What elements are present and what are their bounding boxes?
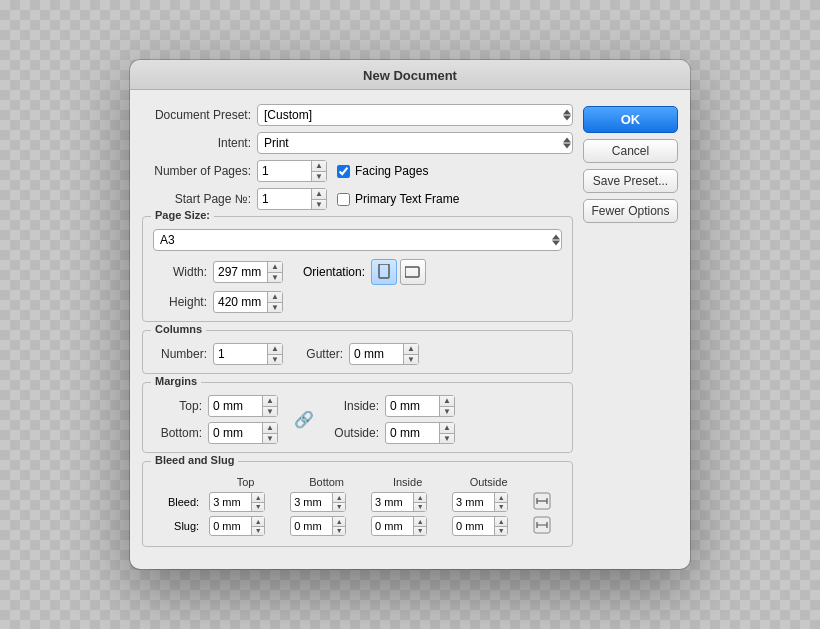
bleed-top-down-button[interactable]: ▼ — [252, 503, 264, 512]
num-pages-down-button[interactable]: ▼ — [312, 172, 326, 182]
num-pages-up-button[interactable]: ▲ — [312, 161, 326, 172]
document-preset-select[interactable]: [Custom] — [257, 104, 573, 126]
columns-number-up-button[interactable]: ▲ — [268, 344, 282, 355]
bleed-slug-table: Top Bottom Inside Outside Bleed: — [153, 474, 562, 538]
height-row: Height: ▲ ▼ — [153, 291, 562, 313]
fewer-options-button[interactable]: Fewer Options — [583, 199, 678, 223]
gutter-input[interactable] — [350, 344, 403, 364]
bleed-row: Bleed: ▲ ▼ — [153, 490, 562, 514]
page-size-group: Page Size: A3 Width: — [142, 216, 573, 322]
columns-row: Number: ▲ ▼ Gutter: — [153, 343, 562, 365]
margin-top-up-button[interactable]: ▲ — [263, 396, 277, 407]
bleed-bottom-up-button[interactable]: ▲ — [333, 493, 345, 503]
page-size-select-wrapper: A3 — [153, 229, 562, 251]
document-preset-label: Document Preset: — [142, 108, 257, 122]
bleed-inside-input-group: ▲ ▼ — [371, 492, 427, 512]
num-pages-facing-row: Number of Pages: ▲ ▼ Facing Pages — [142, 160, 573, 182]
bleed-top-up-button[interactable]: ▲ — [252, 493, 264, 503]
slug-bottom-down-button[interactable]: ▼ — [333, 527, 345, 536]
slug-inside-up-button[interactable]: ▲ — [414, 517, 426, 527]
margin-bottom-down-button[interactable]: ▼ — [263, 434, 277, 444]
margin-inside-down-button[interactable]: ▼ — [440, 407, 454, 417]
landscape-icon — [405, 265, 421, 279]
cancel-button[interactable]: Cancel — [583, 139, 678, 163]
page-size-select[interactable]: A3 — [153, 229, 562, 251]
bleed-inside-down-button[interactable]: ▼ — [414, 503, 426, 512]
slug-bottom-input[interactable] — [291, 517, 332, 535]
width-down-button[interactable]: ▼ — [268, 273, 282, 283]
bleed-outside-input[interactable] — [453, 493, 494, 511]
primary-textframe-checkbox[interactable] — [337, 193, 350, 206]
gutter-input-group: ▲ ▼ — [349, 343, 419, 365]
columns-number-input[interactable] — [214, 344, 267, 364]
margin-bottom-input-group: ▲ ▼ — [208, 422, 278, 444]
document-preset-row: Document Preset: [Custom] — [142, 104, 573, 126]
facing-pages-checkbox[interactable] — [337, 165, 350, 178]
bleed-bottom-down-button[interactable]: ▼ — [333, 503, 345, 512]
height-up-button[interactable]: ▲ — [268, 292, 282, 303]
orientation-landscape-button[interactable] — [400, 259, 426, 285]
num-pages-group: Number of Pages: ▲ ▼ — [142, 160, 327, 182]
margin-inside-input[interactable] — [386, 396, 439, 416]
gutter-down-button[interactable]: ▼ — [404, 355, 418, 365]
height-down-button[interactable]: ▼ — [268, 303, 282, 313]
bleed-outside-up-button[interactable]: ▲ — [495, 493, 507, 503]
slug-inside-input[interactable] — [372, 517, 413, 535]
margins-link-icon[interactable]: 🔗 — [294, 410, 314, 429]
slug-outside-input[interactable] — [453, 517, 494, 535]
num-pages-input[interactable] — [258, 161, 311, 181]
bleed-top-stepper: ▲ ▼ — [251, 493, 264, 511]
margins-group: Margins Top: ▲ ▼ — [142, 382, 573, 453]
bleed-bottom-input[interactable] — [291, 493, 332, 511]
margin-top-stepper: ▲ ▼ — [262, 396, 277, 416]
slug-inside-down-button[interactable]: ▼ — [414, 527, 426, 536]
margin-bottom-input[interactable] — [209, 423, 262, 443]
start-page-up-button[interactable]: ▲ — [312, 189, 326, 200]
bleed-outside-input-group: ▲ ▼ — [452, 492, 508, 512]
start-page-stepper: ▲ ▼ — [311, 189, 326, 209]
margin-outside-up-button[interactable]: ▲ — [440, 423, 454, 434]
width-up-button[interactable]: ▲ — [268, 262, 282, 273]
margin-outside-down-button[interactable]: ▼ — [440, 434, 454, 444]
slug-top-up-button[interactable]: ▲ — [252, 517, 264, 527]
bleed-link-icon[interactable] — [533, 492, 551, 510]
facing-pages-group: Facing Pages — [337, 164, 428, 178]
gutter-up-button[interactable]: ▲ — [404, 344, 418, 355]
width-input[interactable] — [214, 262, 267, 282]
start-page-down-button[interactable]: ▼ — [312, 200, 326, 210]
slug-top-input[interactable] — [210, 517, 251, 535]
slug-outside-up-button[interactable]: ▲ — [495, 517, 507, 527]
margin-outside-input[interactable] — [386, 423, 439, 443]
ok-button[interactable]: OK — [583, 106, 678, 133]
slug-outside-input-group: ▲ ▼ — [452, 516, 508, 536]
bleed-outside-stepper: ▲ ▼ — [494, 493, 507, 511]
height-input[interactable] — [214, 292, 267, 312]
bleed-outside-down-button[interactable]: ▼ — [495, 503, 507, 512]
margin-inside-up-button[interactable]: ▲ — [440, 396, 454, 407]
bleed-inside-up-button[interactable]: ▲ — [414, 493, 426, 503]
width-label: Width: — [153, 265, 213, 279]
start-page-input[interactable] — [258, 189, 311, 209]
margin-bottom-up-button[interactable]: ▲ — [263, 423, 277, 434]
gutter-group: Gutter: ▲ ▼ — [299, 343, 419, 365]
margin-outside-row: Outside: ▲ ▼ — [330, 422, 455, 444]
width-stepper: ▲ ▼ — [267, 262, 282, 282]
slug-inside-stepper: ▲ ▼ — [413, 517, 426, 535]
height-input-group: ▲ ▼ — [213, 291, 283, 313]
orientation-portrait-button[interactable] — [371, 259, 397, 285]
slug-link-icon[interactable] — [533, 516, 551, 534]
slug-top-down-button[interactable]: ▼ — [252, 527, 264, 536]
slug-outside-stepper: ▲ ▼ — [494, 517, 507, 535]
margin-top-down-button[interactable]: ▼ — [263, 407, 277, 417]
intent-select[interactable]: Print — [257, 132, 573, 154]
slug-bottom-up-button[interactable]: ▲ — [333, 517, 345, 527]
bleed-top-input[interactable] — [210, 493, 251, 511]
svg-rect-0 — [379, 264, 389, 278]
start-page-label: Start Page №: — [142, 192, 257, 206]
margin-top-input[interactable] — [209, 396, 262, 416]
bleed-inside-input[interactable] — [372, 493, 413, 511]
save-preset-button[interactable]: Save Preset... — [583, 169, 678, 193]
start-page-input-group: ▲ ▼ — [257, 188, 327, 210]
columns-number-down-button[interactable]: ▼ — [268, 355, 282, 365]
slug-outside-down-button[interactable]: ▼ — [495, 527, 507, 536]
